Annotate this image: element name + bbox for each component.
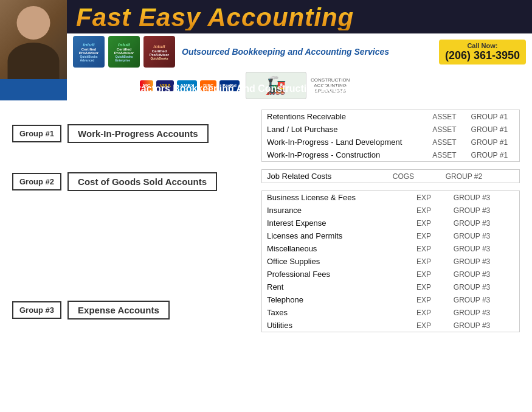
group2-badge: Group #2 xyxy=(12,173,61,190)
table-row: Job Related Costs COGS GROUP #2 xyxy=(262,170,519,183)
table-row: Licenses and Permits EXP GROUP #3 xyxy=(262,229,519,242)
group2-title: Cost of Goods Sold Accounts xyxy=(67,172,217,191)
account-group: GROUP #3 xyxy=(449,191,519,204)
account-type: EXP xyxy=(412,281,449,293)
account-group: GROUP #3 xyxy=(449,217,519,229)
table-row: Interest Expense EXP GROUP #3 xyxy=(262,217,519,229)
table-row: Professional Fees EXP GROUP #3 xyxy=(262,268,519,281)
account-type: ASSET xyxy=(427,123,466,136)
account-name: Telephone xyxy=(262,293,412,306)
intuit-badge-3: intuit Certified ProAdvisor QuickBooks xyxy=(143,36,175,68)
header-right: Fast Easy Accounting intuit Certified Pr… xyxy=(67,0,532,79)
table-row: Retentions Receivable ASSET GROUP #1 xyxy=(262,110,519,123)
table-row: Work-In-Progress - Construction ASSET GR… xyxy=(262,148,519,161)
outsourced-text: Outsourced Bookkeeping and Accounting Se… xyxy=(182,47,389,57)
account-group: GROUP #3 xyxy=(449,255,519,268)
account-group: GROUP #3 xyxy=(449,204,519,217)
header: Fast Easy Accounting intuit Certified Pr… xyxy=(0,0,532,100)
table-row: Miscellaneous EXP GROUP #3 xyxy=(262,242,519,255)
group1-table: Retentions Receivable ASSET GROUP #1 Lan… xyxy=(262,110,519,161)
group3-accounts-table: Business License & Fees EXP GROUP #3 Ins… xyxy=(261,190,520,332)
group3-title: Expense Accounts xyxy=(67,301,170,319)
account-group: GROUP #3 xyxy=(449,319,519,332)
account-group: GROUP #3 xyxy=(449,281,519,293)
header-top: Fast Easy Accounting intuit Certified Pr… xyxy=(0,0,532,79)
account-type: EXP xyxy=(412,229,449,242)
group1-badge: Group #1 xyxy=(12,125,61,142)
table-row: Land / Lot Purchase ASSET GROUP #1 xyxy=(262,123,519,136)
account-group: GROUP #1 xyxy=(466,136,519,148)
group3-table: Business License & Fees EXP GROUP #3 Ins… xyxy=(262,191,519,332)
account-name: Work-In-Progress - Land Development xyxy=(262,136,427,148)
account-type: EXP xyxy=(412,217,449,229)
account-group: GROUP #3 xyxy=(449,242,519,255)
header-photo xyxy=(0,0,67,79)
account-name: Insurance xyxy=(262,204,412,217)
group1-row: Group #1 Work-In-Progress Accounts xyxy=(12,124,249,143)
account-name: Office Supplies xyxy=(262,255,412,268)
account-name: Licenses and Permits xyxy=(262,229,412,242)
group1-title: Work-In-Progress Accounts xyxy=(67,124,209,143)
group3-row: Group #3 Expense Accounts xyxy=(12,301,249,319)
account-type: EXP xyxy=(412,255,449,268)
account-name: Rent xyxy=(262,281,412,293)
logos-row: intuit Certified ProAdvisor QuickBooksAd… xyxy=(67,33,532,70)
account-group: GROUP #3 xyxy=(449,293,519,306)
account-name: Work-In-Progress - Construction xyxy=(262,148,427,161)
call-number: (206) 361-3950 xyxy=(445,49,520,62)
account-type: EXP xyxy=(412,191,449,204)
account-name: Miscellaneous xyxy=(262,242,412,255)
table-row: Rent EXP GROUP #3 xyxy=(262,281,519,293)
table-row: Utilities EXP GROUP #3 xyxy=(262,319,519,332)
main-content: Group #1 Work-In-Progress Accounts Group… xyxy=(0,100,532,406)
account-group: GROUP #3 xyxy=(449,268,519,281)
account-type: ASSET xyxy=(427,110,466,123)
account-type: EXP xyxy=(412,242,449,255)
account-group: GROUP #3 xyxy=(449,229,519,242)
account-type: COGS xyxy=(388,170,441,183)
account-name: Interest Expense xyxy=(262,217,412,229)
account-name: Job Related Costs xyxy=(262,170,388,183)
table-row: Work-In-Progress - Land Development ASSE… xyxy=(262,136,519,148)
account-name: Business License & Fees xyxy=(262,191,412,204)
account-type: ASSET xyxy=(427,136,466,148)
account-name: Professional Fees xyxy=(262,268,412,281)
site-title: Fast Easy Accounting xyxy=(76,5,354,30)
account-type: ASSET xyxy=(427,148,466,161)
group2-table: Job Related Costs COGS GROUP #2 xyxy=(262,170,519,183)
table-row: Office Supplies EXP GROUP #3 xyxy=(262,255,519,268)
table-row: Insurance EXP GROUP #3 xyxy=(262,204,519,217)
group2-accounts-table: Job Related Costs COGS GROUP #2 xyxy=(261,169,520,183)
account-group: GROUP #2 xyxy=(441,170,519,183)
group3-badge: Group #3 xyxy=(12,301,61,319)
group1-accounts-table: Retentions Receivable ASSET GROUP #1 Lan… xyxy=(261,110,520,162)
person-photo xyxy=(0,0,67,79)
left-panel: Group #1 Work-In-Progress Accounts Group… xyxy=(12,110,249,397)
account-group: GROUP #1 xyxy=(466,110,519,123)
account-type: EXP xyxy=(412,268,449,281)
table-row: Taxes EXP GROUP #3 xyxy=(262,306,519,319)
account-name: Retentions Receivable xyxy=(262,110,427,123)
right-panel: Retentions Receivable ASSET GROUP #1 Lan… xyxy=(261,110,520,397)
intuit-badge-2: intuit Certified ProAdvisor QuickBooksEn… xyxy=(108,36,140,68)
account-name: Land / Lot Purchase xyxy=(262,123,427,136)
account-type: EXP xyxy=(412,293,449,306)
account-name: Utilities xyxy=(262,319,412,332)
intuit-badge-1: intuit Certified ProAdvisor QuickBooksAd… xyxy=(73,36,105,68)
account-type: EXP xyxy=(412,306,449,319)
call-label: Call Now: xyxy=(445,42,520,49)
account-group: GROUP #3 xyxy=(449,306,519,319)
account-name: Taxes xyxy=(262,306,412,319)
title-area: Fast Easy Accounting xyxy=(67,0,532,33)
account-group: GROUP #1 xyxy=(466,123,519,136)
table-row: Telephone EXP GROUP #3 xyxy=(262,293,519,306)
call-box: Call Now: (206) 361-3950 xyxy=(439,40,526,65)
account-group: GROUP #1 xyxy=(466,148,519,161)
group2-row: Group #2 Cost of Goods Sold Accounts xyxy=(12,172,249,191)
account-type: EXP xyxy=(412,204,449,217)
table-row: Business License & Fees EXP GROUP #3 xyxy=(262,191,519,204)
account-type: EXP xyxy=(412,319,449,332)
